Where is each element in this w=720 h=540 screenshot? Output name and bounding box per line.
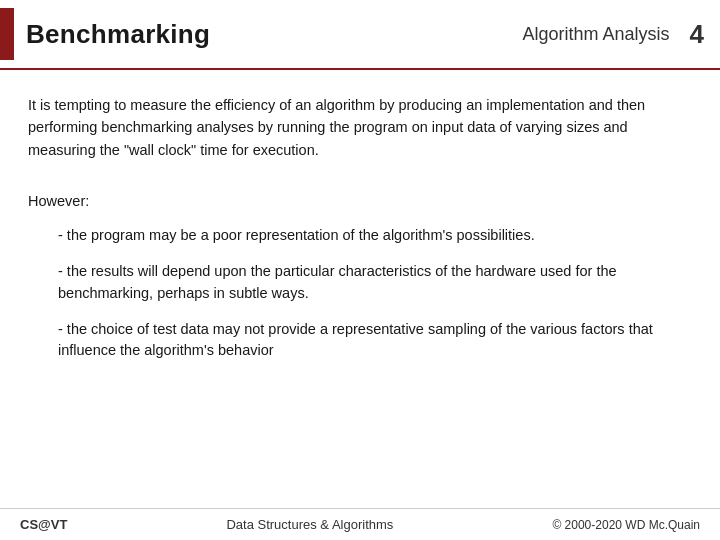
section-label: Algorithm Analysis bbox=[522, 24, 669, 45]
bullet-item-2: - the results will depend upon the parti… bbox=[58, 261, 680, 305]
slide-number: 4 bbox=[690, 19, 704, 50]
slide-header: Benchmarking Algorithm Analysis 4 bbox=[0, 0, 720, 70]
bullet-list: - the program may be a poor representati… bbox=[28, 225, 680, 362]
red-bar-accent bbox=[0, 8, 14, 60]
intro-paragraph: It is tempting to measure the efficiency… bbox=[28, 94, 680, 161]
however-label: However: bbox=[28, 193, 680, 209]
footer-right-label: © 2000-2020 WD Mc.Quain bbox=[552, 518, 700, 532]
slide: Benchmarking Algorithm Analysis 4 It is … bbox=[0, 0, 720, 540]
slide-footer: CS@VT Data Structures & Algorithms © 200… bbox=[0, 508, 720, 540]
bullet-item-1: - the program may be a poor representati… bbox=[58, 225, 680, 247]
footer-left-label: CS@VT bbox=[20, 517, 67, 532]
header-left: Benchmarking bbox=[0, 8, 210, 60]
slide-title: Benchmarking bbox=[26, 19, 210, 50]
footer-center-label: Data Structures & Algorithms bbox=[226, 517, 393, 532]
header-right: Algorithm Analysis 4 bbox=[522, 19, 704, 50]
bullet-item-3: - the choice of test data may not provid… bbox=[58, 319, 680, 363]
slide-content: It is tempting to measure the efficiency… bbox=[0, 70, 720, 508]
